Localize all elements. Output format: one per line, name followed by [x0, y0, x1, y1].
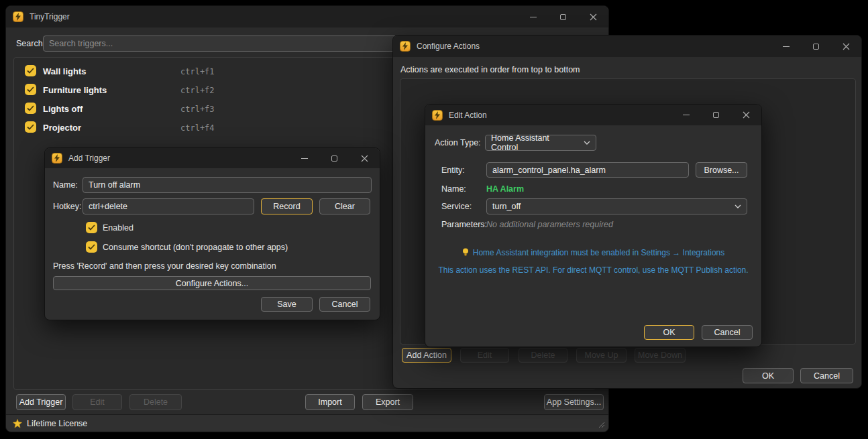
- maximize-button[interactable]: [548, 6, 578, 27]
- close-button[interactable]: [831, 36, 861, 57]
- maximize-button[interactable]: [319, 148, 349, 168]
- maximize-button[interactable]: [701, 105, 731, 125]
- add-trigger-button[interactable]: Add Trigger: [16, 394, 66, 410]
- trigger-hotkey: ctrl+f1: [180, 67, 215, 76]
- trigger-enabled-checkbox[interactable]: [25, 65, 36, 76]
- enabled-checkbox[interactable]: [86, 222, 97, 233]
- save-button[interactable]: Save: [261, 297, 313, 312]
- app-lightning-icon: [432, 110, 443, 121]
- resize-grip[interactable]: [598, 422, 605, 428]
- move-up-button[interactable]: Move Up: [576, 348, 627, 363]
- trigger-enabled-checkbox[interactable]: [25, 121, 36, 133]
- entity-name-label: Name:: [441, 184, 466, 194]
- minimize-button[interactable]: [671, 105, 701, 125]
- close-button[interactable]: [349, 148, 380, 168]
- check-icon: [27, 86, 34, 92]
- entity-input[interactable]: [486, 162, 689, 178]
- integration-hint: Home Assistant integration must be enabl…: [425, 248, 761, 259]
- chevron-down-icon: [584, 141, 590, 145]
- lightbulb-icon: [462, 248, 469, 259]
- minimize-button[interactable]: [518, 6, 548, 27]
- consume-shortcut-label: Consume shortcut (don't propagate to oth…: [103, 243, 288, 252]
- rest-api-hint: This action uses the REST API. For direc…: [425, 265, 761, 275]
- service-select[interactable]: turn_off: [486, 198, 747, 214]
- edit-action-titlebar[interactable]: Edit Action: [425, 105, 761, 125]
- add-action-button[interactable]: Add Action: [402, 348, 451, 363]
- check-icon: [27, 124, 34, 130]
- configure-actions-open-button[interactable]: Configure Actions...: [53, 276, 371, 290]
- main-titlebar[interactable]: TinyTrigger: [6, 6, 608, 27]
- enabled-label: Enabled: [103, 223, 133, 233]
- parameters-value: No additional parameters required: [486, 220, 613, 229]
- close-button[interactable]: [578, 6, 608, 27]
- edit-trigger-button[interactable]: Edit: [72, 394, 122, 410]
- minimize-icon: [683, 115, 690, 115]
- star-icon: [13, 419, 22, 428]
- check-icon: [88, 244, 95, 250]
- search-label: Search:: [16, 39, 45, 48]
- app-lightning-icon: [400, 41, 411, 52]
- edit-action-window: Edit Action Action Type: Home Assistant …: [425, 104, 762, 347]
- cancel-button[interactable]: Cancel: [319, 297, 370, 312]
- trigger-name: Furniture lights: [43, 85, 107, 95]
- edit-action-title: Edit Action: [449, 111, 487, 120]
- entity-label: Entity:: [441, 166, 465, 175]
- license-status: Lifetime License: [27, 419, 87, 428]
- check-icon: [27, 68, 34, 74]
- move-down-button[interactable]: Move Down: [635, 348, 686, 363]
- consume-shortcut-checkbox[interactable]: [86, 241, 97, 253]
- close-button[interactable]: [731, 105, 761, 125]
- minimize-button[interactable]: [289, 148, 319, 168]
- import-button[interactable]: Import: [305, 394, 355, 410]
- trigger-hotkey: ctrl+f2: [180, 86, 215, 95]
- maximize-button[interactable]: [801, 36, 831, 57]
- maximize-icon: [713, 112, 719, 118]
- check-icon: [27, 105, 34, 111]
- trigger-enabled-checkbox[interactable]: [25, 103, 36, 114]
- minimize-icon: [301, 158, 308, 159]
- trigger-name: Lights off: [43, 104, 83, 114]
- clear-button[interactable]: Clear: [319, 198, 370, 214]
- add-trigger-titlebar[interactable]: Add Trigger: [45, 148, 380, 168]
- minimize-icon: [783, 46, 790, 47]
- configure-actions-cancel-button[interactable]: Cancel: [800, 368, 853, 383]
- record-button[interactable]: Record: [261, 198, 313, 214]
- main-window-title: TinyTrigger: [30, 12, 70, 21]
- close-icon: [361, 155, 368, 162]
- service-value: turn_off: [492, 202, 521, 211]
- edit-action-cancel-button[interactable]: Cancel: [702, 325, 753, 340]
- delete-action-button[interactable]: Delete: [519, 348, 567, 363]
- edit-action-ok-button[interactable]: OK: [644, 325, 694, 340]
- maximize-icon: [560, 14, 566, 20]
- actions-order-info: Actions are executed in order from top t…: [400, 65, 580, 74]
- configure-actions-ok-button[interactable]: OK: [743, 368, 794, 383]
- integration-hint-text: Home Assistant integration must be enabl…: [473, 248, 725, 257]
- configure-actions-title: Configure Actions: [417, 42, 480, 51]
- entity-friendly-name: HA Alarm: [486, 184, 524, 194]
- app-lightning-icon: [13, 11, 23, 22]
- configure-actions-titlebar[interactable]: Configure Actions: [393, 36, 861, 57]
- minimize-icon: [530, 17, 537, 17]
- close-icon: [843, 43, 850, 50]
- desktop: TinyTrigger Search: Wall lights ctrl+f1 …: [0, 0, 868, 439]
- delete-trigger-button[interactable]: Delete: [129, 394, 182, 410]
- hotkey-label: Hotkey:: [53, 202, 81, 211]
- check-icon: [88, 225, 95, 231]
- action-type-label: Action Type:: [435, 138, 481, 147]
- action-type-select[interactable]: Home Assistant Control: [485, 135, 596, 151]
- trigger-enabled-checkbox[interactable]: [25, 84, 36, 95]
- parameters-label: Parameters:: [441, 220, 487, 229]
- name-label: Name:: [53, 180, 78, 190]
- browse-button[interactable]: Browse...: [696, 162, 747, 178]
- action-type-value: Home Assistant Control: [491, 133, 577, 152]
- app-lightning-icon: [52, 153, 62, 164]
- minimize-button[interactable]: [771, 36, 801, 57]
- close-icon: [590, 13, 597, 21]
- edit-action-button[interactable]: Edit: [460, 348, 509, 363]
- trigger-name-input[interactable]: [83, 177, 372, 193]
- maximize-icon: [813, 44, 819, 50]
- hotkey-input[interactable]: [83, 198, 254, 214]
- app-settings-button[interactable]: App Settings...: [544, 394, 604, 410]
- export-button[interactable]: Export: [362, 394, 413, 410]
- chevron-down-icon: [735, 204, 741, 208]
